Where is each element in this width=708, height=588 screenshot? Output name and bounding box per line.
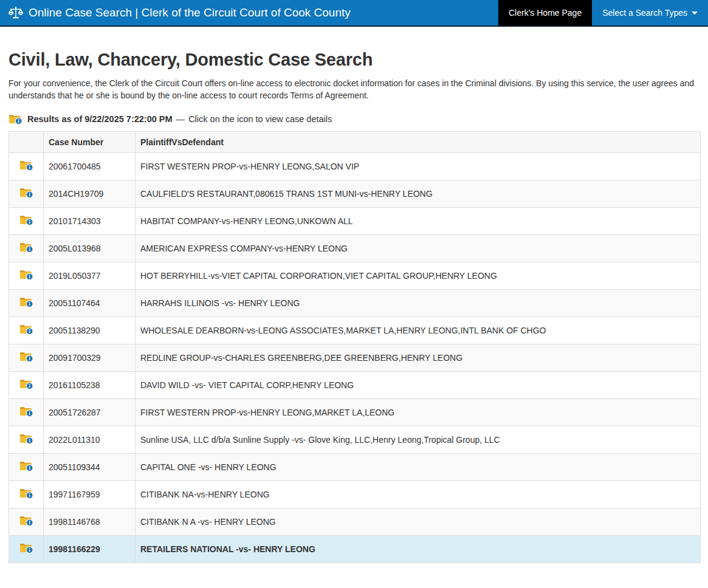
folder-info-icon[interactable]: [19, 323, 33, 335]
nav-item-clerks-home-page[interactable]: Clerk's Home Page: [498, 0, 592, 26]
nav-item-label: Select a Search Types: [602, 8, 687, 18]
folder-info-icon[interactable]: [19, 214, 33, 226]
folder-info-icon[interactable]: [19, 350, 33, 363]
plaintiff-vs-defendant-cell: FIRST WESTERN PROP-vs-HENRY LEONG,SALON …: [136, 152, 701, 180]
folder-info-icon[interactable]: [19, 460, 33, 472]
case-number-cell: 20051107464: [44, 289, 136, 316]
table-header-row: Case Number PlaintiffVsDefendant: [9, 131, 701, 152]
table-row: 20101714303 HABITAT COMPANY-vs-HENRY LEO…: [9, 207, 701, 234]
case-number-cell: 19981146768: [44, 508, 136, 535]
main-content: Civil, Law, Chancery, Domestic Case Sear…: [0, 50, 708, 563]
folder-info-icon[interactable]: [19, 405, 33, 417]
case-results-table: Case Number PlaintiffVsDefendant 2006170…: [9, 131, 701, 563]
case-number-cell: 20161105238: [44, 371, 136, 398]
case-details-cell: [9, 152, 44, 180]
plaintiff-vs-defendant-cell: Sunline USA, LLC d/b/a Sunline Supply -v…: [136, 426, 701, 453]
case-details-cell: [9, 207, 44, 234]
nav-item-select-search-type[interactable]: Select a Search Types: [592, 0, 708, 26]
case-details-cell: [9, 453, 44, 480]
case-number-cell: 2005L013968: [44, 234, 136, 262]
folder-info-icon[interactable]: [19, 268, 33, 281]
results-separator: —: [176, 114, 185, 124]
plaintiff-vs-defendant-cell: AMERICAN EXPRESS COMPANY-vs-HENRY LEONG: [136, 234, 701, 262]
plaintiff-vs-defendant-cell: WHOLESALE DEARBORN-vs-LEONG ASSOCIATES,M…: [136, 316, 701, 344]
nav-item-label: Clerk's Home Page: [509, 8, 582, 18]
column-header-icon: [9, 131, 44, 152]
page-description: For your convenience, the Clerk of the C…: [9, 77, 701, 102]
caret-down-icon: [692, 12, 698, 15]
table-row: 20051109344 CAPITAL ONE -vs- HENRY LEONG: [9, 453, 701, 480]
table-row: 20091700329 REDLINE GROUP-vs-CHARLES GRE…: [9, 344, 701, 371]
folder-info-icon: [9, 113, 22, 125]
navbar-menu: Clerk's Home Page Select a Search Types: [498, 0, 708, 26]
results-summary: Results as of 9/22/2025 7:22:00 PM — Cli…: [9, 113, 701, 125]
folder-info-icon[interactable]: [19, 514, 33, 527]
case-number-cell: 20051138290: [44, 316, 136, 344]
case-details-cell: [9, 289, 44, 316]
table-row: 2005L013968 AMERICAN EXPRESS COMPANY-vs-…: [9, 234, 701, 262]
plaintiff-vs-defendant-cell: DAVID WILD -vs- VIET CAPITAL CORP,HENRY …: [136, 371, 701, 398]
folder-info-icon[interactable]: [19, 159, 33, 171]
folder-info-icon[interactable]: [19, 241, 33, 253]
case-details-cell: [9, 535, 44, 562]
scales-icon: [9, 5, 23, 20]
table-header: Case Number PlaintiffVsDefendant: [9, 131, 701, 152]
column-header-case-number: Case Number: [44, 131, 136, 152]
plaintiff-vs-defendant-cell: HOT BERRYHILL-vs-VIET CAPITAL CORPORATIO…: [136, 262, 701, 289]
folder-info-icon[interactable]: [19, 542, 33, 554]
table-row: 20051107464 HARRAHS ILLINOIS -vs- HENRY …: [9, 289, 701, 316]
case-details-cell: [9, 180, 44, 207]
table-row: 2022L011310 Sunline USA, LLC d/b/a Sunli…: [9, 426, 701, 453]
table-row: 19971167959 CITIBANK NA-vs-HENRY LEONG: [9, 480, 701, 508]
plaintiff-vs-defendant-cell: HABITAT COMPANY-vs-HENRY LEONG,UNKOWN AL…: [136, 207, 701, 234]
folder-info-icon[interactable]: [19, 186, 33, 199]
case-details-cell: [9, 316, 44, 344]
case-details-cell: [9, 371, 44, 398]
case-details-cell: [9, 398, 44, 426]
case-number-cell: 19981166229: [44, 535, 136, 562]
case-number-cell: 2014CH19709: [44, 180, 136, 207]
case-number-cell: 2019L050377: [44, 262, 136, 289]
results-hint: Click on the icon to view case details: [188, 114, 332, 124]
case-details-cell: [9, 426, 44, 453]
table-row: 20061700485 FIRST WESTERN PROP-vs-HENRY …: [9, 152, 701, 180]
brand-link[interactable]: Online Case Search | Clerk of the Circui…: [0, 0, 359, 26]
table-row: 2014CH19709 CAULFIELD'S RESTAURANT,08061…: [9, 180, 701, 207]
case-number-cell: 2022L011310: [44, 426, 136, 453]
brand-label: Online Case Search | Clerk of the Circui…: [29, 6, 351, 19]
case-number-cell: 19971167959: [44, 480, 136, 508]
plaintiff-vs-defendant-cell: CAPITAL ONE -vs- HENRY LEONG: [136, 453, 701, 480]
page-title: Civil, Law, Chancery, Domestic Case Sear…: [9, 50, 701, 70]
case-number-cell: 20051726287: [44, 398, 136, 426]
folder-info-icon[interactable]: [19, 378, 33, 390]
plaintiff-vs-defendant-cell: REDLINE GROUP-vs-CHARLES GREENBERG,DEE G…: [136, 344, 701, 371]
case-details-cell: [9, 234, 44, 262]
results-timestamp: Results as of 9/22/2025 7:22:00 PM: [27, 114, 173, 124]
folder-info-icon[interactable]: [19, 296, 33, 308]
plaintiff-vs-defendant-cell: RETAILERS NATIONAL -vs- HENRY LEONG: [136, 535, 701, 562]
case-number-cell: 20051109344: [44, 453, 136, 480]
plaintiff-vs-defendant-cell: HARRAHS ILLINOIS -vs- HENRY LEONG: [136, 289, 701, 316]
case-table-body: 20061700485 FIRST WESTERN PROP-vs-HENRY …: [9, 152, 701, 562]
folder-info-icon[interactable]: [19, 487, 33, 499]
case-number-cell: 20091700329: [44, 344, 136, 371]
plaintiff-vs-defendant-cell: CAULFIELD'S RESTAURANT,080615 TRANS 1ST …: [136, 180, 701, 207]
case-number-cell: 20061700485: [44, 152, 136, 180]
case-details-cell: [9, 344, 44, 371]
folder-info-icon[interactable]: [19, 432, 33, 445]
case-number-cell: 20101714303: [44, 207, 136, 234]
table-row: 2019L050377 HOT BERRYHILL-vs-VIET CAPITA…: [9, 262, 701, 289]
table-row: 20161105238 DAVID WILD -vs- VIET CAPITAL…: [9, 371, 701, 398]
case-details-cell: [9, 508, 44, 535]
plaintiff-vs-defendant-cell: CITIBANK NA-vs-HENRY LEONG: [136, 480, 701, 508]
column-header-plaintiff-vs-defendant: PlaintiffVsDefendant: [136, 131, 701, 152]
case-details-cell: [9, 262, 44, 289]
top-navbar: Online Case Search | Clerk of the Circui…: [0, 0, 708, 27]
plaintiff-vs-defendant-cell: CITIBANK N A -vs- HENRY LEONG: [136, 508, 701, 535]
case-details-cell: [9, 480, 44, 508]
table-row: 19981146768 CITIBANK N A -vs- HENRY LEON…: [9, 508, 701, 535]
plaintiff-vs-defendant-cell: FIRST WESTERN PROP-vs-HENRY LEONG,MARKET…: [136, 398, 701, 426]
table-row: 19981166229 RETAILERS NATIONAL -vs- HENR…: [9, 535, 701, 562]
table-row: 20051726287 FIRST WESTERN PROP-vs-HENRY …: [9, 398, 701, 426]
table-row: 20051138290 WHOLESALE DEARBORN-vs-LEONG …: [9, 316, 701, 344]
